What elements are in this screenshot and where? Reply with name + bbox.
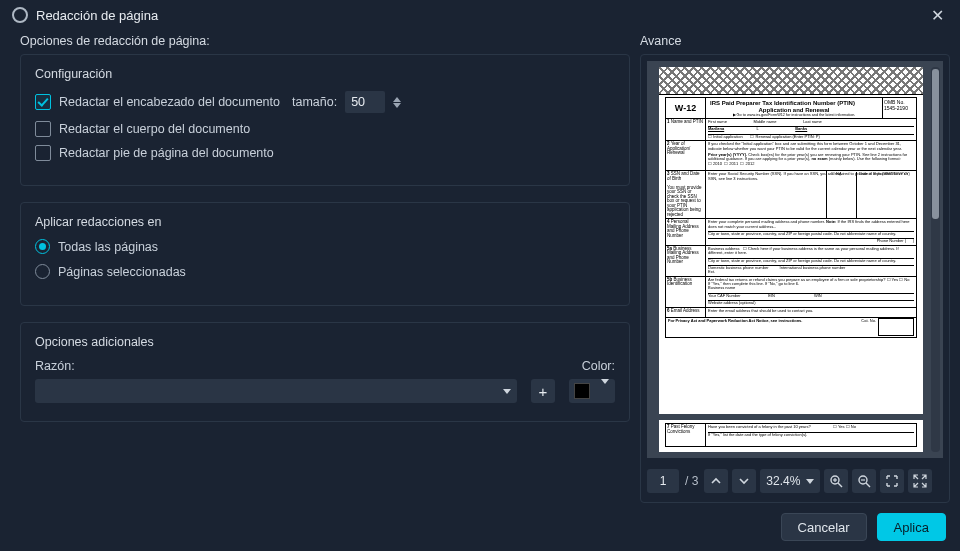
preview-toolbar: / 3 32.4% — [647, 466, 943, 496]
size-label: tamaño: — [292, 95, 337, 109]
scrollbar[interactable] — [931, 67, 940, 452]
spinner-down-icon[interactable] — [393, 103, 401, 108]
redact-body-checkbox[interactable] — [35, 121, 51, 137]
preview-heading: Avance — [640, 34, 950, 48]
chevron-down-icon — [601, 379, 609, 399]
preview-page-2[interactable]: 7 Past Felony Convictions Have you been … — [659, 420, 923, 452]
size-input[interactable] — [345, 91, 385, 113]
svg-line-1 — [838, 483, 842, 487]
color-picker[interactable] — [569, 379, 615, 403]
close-button[interactable]: ✕ — [925, 4, 950, 27]
cancel-button[interactable]: Cancelar — [781, 513, 867, 541]
chevron-down-icon — [738, 475, 750, 487]
all-pages-row[interactable]: Todas las páginas — [35, 239, 615, 254]
dialog-footer: Cancelar Aplica — [0, 503, 960, 551]
color-label: Color: — [582, 359, 615, 373]
redact-header-row[interactable]: Redactar el encabezado del documento tam… — [35, 91, 615, 113]
all-pages-label: Todas las páginas — [58, 240, 158, 254]
zoom-in-button[interactable] — [824, 469, 848, 493]
apply-group: Aplicar redacciones en Todas las páginas… — [20, 202, 630, 306]
config-group: Configuración Redactar el encabezado del… — [20, 54, 630, 186]
additional-group: Opciones adicionales Razón: Color: + — [20, 322, 630, 422]
page-total: / 3 — [685, 474, 698, 488]
zoom-dropdown[interactable]: 32.4% — [760, 469, 820, 493]
chevron-down-icon — [806, 479, 814, 484]
selected-pages-radio[interactable] — [35, 264, 50, 279]
preview-page-1[interactable]: W-12 IRS Paid Preparer Tax Identificatio… — [659, 67, 923, 414]
preview-stage[interactable]: W-12 IRS Paid Preparer Tax Identificatio… — [647, 61, 943, 458]
color-swatch — [574, 383, 590, 399]
selected-pages-label: Páginas seleccionadas — [58, 265, 186, 279]
additional-title: Opciones adicionales — [35, 335, 615, 349]
zoom-out-icon — [857, 474, 871, 488]
page-number-input[interactable] — [647, 469, 679, 493]
apply-button[interactable]: Aplica — [877, 513, 946, 541]
form-id: W-12 — [666, 98, 706, 118]
redaction-overlay — [659, 67, 923, 95]
config-title: Configuración — [35, 67, 615, 81]
fit-width-icon — [885, 474, 899, 488]
redact-body-label: Redactar el cuerpo del documento — [59, 122, 250, 136]
reason-label: Razón: — [35, 359, 75, 373]
redact-header-checkbox[interactable] — [35, 94, 51, 110]
reason-dropdown[interactable] — [35, 379, 517, 403]
omb-number: OMB No. 1545-2190 — [882, 98, 916, 118]
dialog-title: Redacción de página — [36, 8, 158, 23]
chevron-down-icon — [503, 389, 511, 394]
add-reason-button[interactable]: + — [531, 379, 555, 403]
size-spinner[interactable] — [393, 97, 401, 108]
fullscreen-button[interactable] — [908, 469, 932, 493]
redact-footer-checkbox[interactable] — [35, 145, 51, 161]
redact-header-label: Redactar el encabezado del documento — [59, 95, 280, 109]
form-title-2: Application and Renewal — [710, 107, 878, 114]
options-heading: Opciones de redacción de página: — [20, 34, 630, 48]
page-prev-button[interactable] — [704, 469, 728, 493]
preview-panel: Avance W-12 IRS Paid Preparer Tax Identi… — [640, 34, 950, 503]
titlebar: Redacción de página ✕ — [0, 0, 960, 30]
chevron-up-icon — [710, 475, 722, 487]
redact-footer-row[interactable]: Redactar pie de página del documento — [35, 145, 615, 161]
svg-line-5 — [866, 483, 870, 487]
scrollbar-thumb[interactable] — [932, 69, 939, 219]
form-title-1: IRS Paid Preparer Tax Identification Num… — [710, 100, 878, 107]
fullscreen-icon — [913, 474, 927, 488]
spinner-up-icon[interactable] — [393, 97, 401, 102]
redact-footer-label: Redactar pie de página del documento — [59, 146, 274, 160]
options-panel: Opciones de redacción de página: Configu… — [20, 34, 630, 503]
selected-pages-row[interactable]: Páginas seleccionadas — [35, 264, 615, 279]
zoom-out-button[interactable] — [852, 469, 876, 493]
app-icon — [9, 4, 32, 27]
zoom-in-icon — [829, 474, 843, 488]
all-pages-radio[interactable] — [35, 239, 50, 254]
apply-title: Aplicar redacciones en — [35, 215, 615, 229]
page-next-button[interactable] — [732, 469, 756, 493]
fit-width-button[interactable] — [880, 469, 904, 493]
zoom-value: 32.4% — [766, 474, 800, 488]
redact-body-row[interactable]: Redactar el cuerpo del documento — [35, 121, 615, 137]
